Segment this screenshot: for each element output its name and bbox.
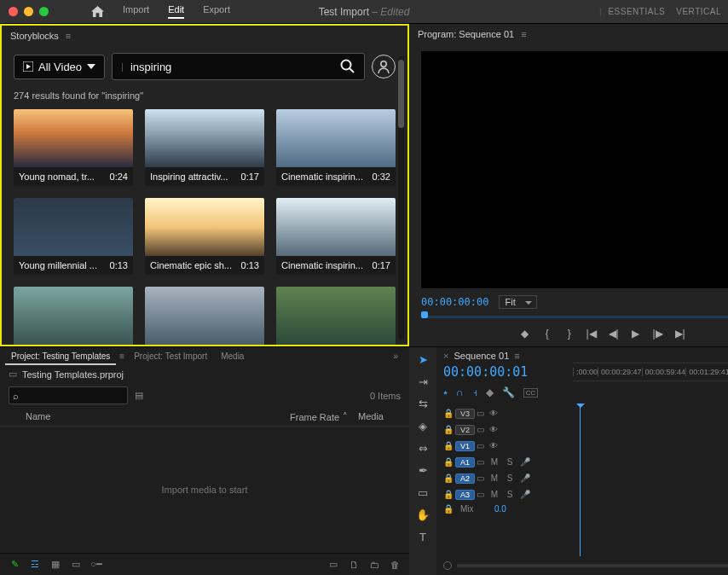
icon-view-icon[interactable]: ▦ bbox=[49, 559, 61, 570]
account-icon[interactable] bbox=[372, 55, 396, 78]
tab-project-templates[interactable]: Project: Testing Templates bbox=[5, 349, 116, 365]
marker-icon[interactable]: ◆ bbox=[519, 328, 531, 340]
program-scrubber[interactable] bbox=[421, 311, 728, 322]
timeline-ruler[interactable]: :00:00 00:00:29:47 00:00:59:44 00:01:29:… bbox=[573, 363, 728, 381]
mute-toggle[interactable]: M bbox=[489, 473, 500, 483]
col-framerate[interactable]: Frame Rate ˄ bbox=[290, 411, 358, 422]
in-point-icon[interactable]: { bbox=[541, 328, 553, 340]
result-item[interactable]: POV of camera d...0:57 bbox=[14, 287, 133, 345]
toggle-output-icon[interactable]: ▭ bbox=[477, 490, 484, 499]
new-bin-icon[interactable]: ▭ bbox=[327, 559, 339, 570]
video-track-row[interactable]: 🔒V1▭👁 bbox=[436, 438, 728, 454]
mic-icon[interactable]: 🎤 bbox=[520, 490, 530, 499]
audio-track-row[interactable]: 🔒A2▭MS🎤 bbox=[436, 470, 728, 486]
zoom-slider-icon[interactable]: ○━ bbox=[90, 559, 102, 570]
toggle-output-icon[interactable]: ▭ bbox=[477, 441, 484, 450]
toggle-output-icon[interactable]: ▭ bbox=[477, 425, 484, 434]
tab-import[interactable]: Import bbox=[123, 4, 149, 19]
overflow-button[interactable]: » bbox=[387, 349, 404, 365]
lock-icon[interactable]: 🔒 bbox=[443, 457, 454, 467]
scroll-cap-left[interactable] bbox=[443, 561, 452, 570]
search-icon[interactable] bbox=[340, 59, 355, 74]
folder-icon[interactable]: 🗀 bbox=[368, 560, 380, 570]
lock-icon[interactable]: 🔒 bbox=[443, 409, 454, 418]
eye-icon[interactable]: 👁 bbox=[489, 409, 498, 418]
tab-export[interactable]: Export bbox=[203, 4, 230, 19]
list-view-icon[interactable]: ☲ bbox=[29, 559, 41, 570]
rect-tool-icon[interactable]: ▭ bbox=[416, 485, 430, 499]
razor-tool-icon[interactable]: ◈ bbox=[416, 419, 430, 433]
tab-media[interactable]: Media bbox=[215, 349, 250, 365]
video-track-row[interactable]: 🔒V2▭👁 bbox=[436, 421, 728, 438]
mic-icon[interactable]: 🎤 bbox=[520, 473, 530, 483]
filter-bin-icon[interactable]: ▤ bbox=[135, 390, 143, 401]
marker-add-icon[interactable]: ⫞ bbox=[472, 386, 477, 398]
result-item[interactable]: Cinematic inspirin...0:17 bbox=[276, 198, 396, 275]
snap-icon[interactable]: ⭑ bbox=[443, 386, 448, 398]
toggle-output-icon[interactable]: ▭ bbox=[477, 473, 484, 483]
track-badge[interactable]: A2 bbox=[455, 473, 475, 484]
type-tool-icon[interactable]: T bbox=[416, 530, 430, 543]
result-item[interactable]: Young millennial ...0:13 bbox=[14, 198, 133, 275]
mix-track-row[interactable]: 🔒Mix 0.0▶◀ bbox=[436, 502, 728, 515]
lock-icon[interactable]: 🔒 bbox=[443, 441, 454, 450]
toggle-output-icon[interactable]: ▭ bbox=[477, 457, 484, 467]
playhead[interactable] bbox=[580, 404, 581, 556]
mix-value[interactable]: 0.0 bbox=[494, 504, 506, 514]
media-type-filter[interactable]: All Video bbox=[14, 55, 105, 79]
timeline-hscroll[interactable] bbox=[436, 556, 728, 575]
result-item[interactable]: Cinematic inspirin...0:32 bbox=[276, 109, 396, 186]
result-item[interactable]: Inspiring attractiv...0:17 bbox=[145, 109, 264, 186]
cc-icon[interactable]: CC bbox=[523, 388, 539, 398]
mute-toggle[interactable]: M bbox=[489, 490, 500, 499]
search-input[interactable] bbox=[130, 61, 340, 73]
mic-icon[interactable]: 🎤 bbox=[520, 457, 530, 467]
freeform-view-icon[interactable]: ▭ bbox=[70, 559, 82, 570]
program-preview[interactable] bbox=[421, 51, 728, 288]
ripple-tool-icon[interactable]: ⇆ bbox=[416, 397, 430, 410]
workspace-essentials[interactable]: ESSENTIALS bbox=[608, 7, 665, 16]
project-search-input[interactable] bbox=[22, 389, 124, 402]
zoom-select[interactable]: Fit bbox=[499, 295, 536, 309]
timeline-marker-icon[interactable]: ◆ bbox=[486, 386, 494, 398]
audio-track-row[interactable]: 🔒A3▭MS🎤 bbox=[436, 486, 728, 502]
close-window-icon[interactable] bbox=[9, 7, 18, 16]
linked-selection-icon[interactable]: ∩ bbox=[456, 386, 464, 398]
tab-edit[interactable]: Edit bbox=[168, 4, 184, 19]
step-back-icon[interactable]: ◀| bbox=[608, 328, 620, 340]
result-item[interactable]: Cinematic epic sh...0:13 bbox=[145, 198, 264, 275]
eye-icon[interactable]: 👁 bbox=[489, 425, 498, 434]
track-select-tool-icon[interactable]: ⇥ bbox=[416, 375, 430, 388]
result-item[interactable]: Inspiring and wan...0:13 bbox=[145, 287, 264, 345]
play-icon[interactable]: ▶ bbox=[630, 328, 642, 340]
lock-icon[interactable]: 🔒 bbox=[443, 425, 454, 434]
track-badge[interactable]: A1 bbox=[455, 457, 475, 468]
col-media[interactable]: Media bbox=[358, 411, 401, 422]
track-badge[interactable]: A3 bbox=[455, 490, 475, 500]
pen-tool-icon[interactable]: ✒ bbox=[416, 463, 430, 477]
track-badge[interactable]: V1 bbox=[455, 441, 475, 451]
track-badge[interactable]: V2 bbox=[455, 425, 475, 435]
result-item[interactable]: Young nomad, tr...0:24 bbox=[14, 109, 133, 186]
result-item[interactable]: enjoying and adm...0:15 bbox=[276, 287, 396, 345]
solo-toggle[interactable]: S bbox=[505, 473, 515, 483]
home-icon[interactable] bbox=[91, 6, 104, 17]
lock-icon[interactable]: 🔒 bbox=[443, 473, 454, 483]
col-name[interactable]: Name bbox=[9, 411, 290, 422]
panel-menu-icon[interactable]: ≡ bbox=[66, 31, 71, 41]
pencil-icon[interactable]: ✎ bbox=[9, 559, 20, 570]
selection-tool-icon[interactable]: ➤ bbox=[416, 352, 430, 366]
go-to-out-icon[interactable]: ▶| bbox=[674, 328, 686, 340]
workspace-vertical[interactable]: VERTICAL bbox=[676, 7, 721, 16]
trash-icon[interactable]: 🗑 bbox=[389, 560, 401, 570]
project-search-box[interactable]: ⌕ bbox=[9, 386, 128, 404]
tab-project-test-import[interactable]: Project: Test Import bbox=[128, 349, 213, 365]
toggle-output-icon[interactable]: ▭ bbox=[477, 409, 484, 418]
step-forward-icon[interactable]: |▶ bbox=[652, 328, 664, 340]
audio-track-row[interactable]: 🔒A1▭MS🎤 bbox=[436, 454, 728, 470]
panel-menu-icon[interactable]: ≡ bbox=[521, 29, 526, 39]
go-to-in-icon[interactable]: |◀ bbox=[586, 328, 598, 340]
out-point-icon[interactable]: } bbox=[563, 328, 575, 340]
solo-toggle[interactable]: S bbox=[505, 490, 515, 499]
wrench-icon[interactable]: 🔧 bbox=[502, 386, 515, 398]
